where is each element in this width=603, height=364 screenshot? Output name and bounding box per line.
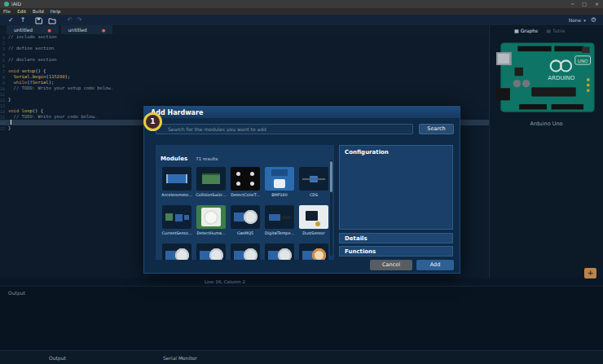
cursor-position-status: Line 16, Column 2 — [205, 279, 245, 284]
arduino-board-graphic: ARDUINO UNO — [496, 41, 597, 116]
module-thumbnail-icon — [299, 243, 328, 260]
line-number: 7 — [0, 69, 8, 74]
module-label: CDS — [310, 193, 318, 198]
line-number: 4 — [0, 52, 8, 57]
module-card[interactable]: CurrentSenso... — [160, 205, 194, 236]
details-section[interactable]: Details — [339, 233, 453, 243]
module-card[interactable]: CDS — [297, 167, 331, 198]
module-card[interactable] — [228, 243, 262, 260]
maximize-icon[interactable]: □ — [582, 0, 587, 8]
menu-item[interactable]: File — [3, 9, 11, 14]
code-text: void setup() { — [8, 68, 46, 74]
code-line[interactable]: 8 Serial.begin(115200); — [0, 74, 489, 80]
code-line[interactable]: 4 — [0, 51, 489, 57]
module-label: CollisionSwitc... — [196, 193, 226, 198]
output-tab[interactable]: Output — [49, 355, 66, 361]
module-card[interactable] — [194, 243, 228, 260]
module-thumbnail-icon — [162, 205, 191, 229]
code-line[interactable]: 9 while(!Serial); — [0, 80, 489, 86]
board-logo-text: ARDUINO — [548, 74, 575, 81]
line-number: 16 — [0, 121, 8, 125]
board-selector-value: None — [569, 17, 582, 23]
code-line[interactable]: 6 — [0, 63, 489, 68]
module-card[interactable] — [160, 243, 194, 260]
code-line[interactable]: 12 } — [0, 97, 489, 103]
code-line[interactable]: 11 — [0, 91, 489, 97]
module-card[interactable]: Acceleromete... — [160, 167, 194, 198]
window-titlebar: iAID ─ □ × — [0, 0, 603, 8]
module-thumbnail-icon — [231, 167, 260, 191]
module-label: BMP180 — [271, 193, 287, 198]
cancel-button[interactable]: Cancel — [370, 260, 412, 270]
module-thumbnail-icon — [196, 167, 226, 191]
code-line[interactable]: 7 void setup() { — [0, 68, 489, 74]
module-label: DustSensor — [302, 231, 325, 236]
module-thumbnail-icon — [231, 205, 260, 229]
module-card[interactable]: DetectHuma... — [194, 205, 228, 236]
module-card[interactable]: DetectColorT... — [228, 167, 262, 198]
details-title: Details — [340, 234, 452, 242]
module-card[interactable] — [262, 243, 297, 260]
board-name-caption: Arduino Uno — [490, 121, 603, 127]
module-thumbnail-icon — [196, 205, 226, 229]
module-card[interactable]: GasMQ5 — [228, 205, 262, 236]
main-toolbar: ✓ ↑ ↶ ↷ None ▾ ⚙ — [0, 15, 603, 25]
code-text: // declare section — [8, 57, 57, 63]
module-thumbnail-icon — [265, 243, 294, 260]
line-number: 17 — [0, 126, 8, 131]
upload-icon[interactable]: ↑ — [20, 15, 26, 25]
hardware-sidebar: ▦ Graphs ▤ Table — [489, 25, 603, 278]
editor-tab[interactable]: untitled ● — [7, 25, 59, 34]
functions-section[interactable]: Functions — [339, 246, 453, 257]
functions-title: Functions — [340, 247, 452, 255]
code-line[interactable]: 5 // declare section — [0, 57, 489, 63]
modules-panel: Modules 71 results Acceleromete... Colli… — [156, 145, 334, 260]
module-label: CurrentSenso... — [162, 231, 192, 236]
module-card[interactable]: DustSensor — [297, 205, 331, 236]
board-model-text: UNO — [577, 59, 588, 64]
module-thumbnail-icon — [162, 243, 191, 260]
add-hardware-dialog: Add Hardware Search Modules 71 results A… — [143, 106, 460, 274]
output-panel: Output — [0, 286, 603, 350]
module-thumbnail-icon — [265, 205, 294, 229]
editor-tab[interactable]: untitled ● — [61, 25, 113, 34]
line-number: 2 — [0, 41, 8, 46]
line-number: 3 — [0, 46, 8, 51]
redo-icon[interactable]: ↷ — [77, 15, 82, 25]
module-card[interactable]: DigitalTempe... — [262, 205, 297, 236]
board-image: ARDUINO UNO — [490, 41, 603, 116]
grid-icon: ▦ — [514, 28, 519, 33]
line-number: 14 — [0, 109, 8, 114]
menu-item[interactable]: Edit — [17, 9, 26, 14]
add-graph-button[interactable]: + — [584, 268, 596, 278]
module-label: Acceleromete... — [161, 193, 192, 198]
code-line[interactable]: 2 — [0, 40, 489, 46]
module-thumbnail-icon — [231, 243, 260, 260]
close-icon[interactable]: × — [595, 0, 599, 8]
sidebar-tab-graphs[interactable]: ▦ Graphs — [514, 28, 538, 33]
configuration-section: Configuration — [339, 145, 453, 230]
code-line[interactable]: 1 // include section — [0, 34, 489, 40]
add-button[interactable]: Add — [416, 260, 454, 270]
code-line[interactable]: 10 // TODO: Write your setup code below. — [0, 86, 489, 91]
module-search-input[interactable] — [156, 124, 413, 134]
serial-monitor-tab[interactable]: Serial Monitor — [163, 355, 197, 361]
window-controls: ─ □ × — [571, 0, 599, 8]
code-text: // TODO: Write your setup code below. — [8, 86, 113, 91]
module-card[interactable]: CollisionSwitc... — [194, 167, 228, 198]
verify-icon[interactable]: ✓ — [8, 15, 14, 25]
code-text: // TODO: Write your code below. — [8, 114, 97, 120]
modules-scrollbar[interactable] — [330, 160, 332, 256]
code-line[interactable]: 3 // define section — [0, 46, 489, 51]
minimize-icon[interactable]: ─ — [571, 0, 574, 8]
undo-icon[interactable]: ↶ — [67, 15, 73, 25]
module-card[interactable]: BMP180 — [262, 167, 297, 198]
board-selector-dropdown[interactable]: None ▾ — [569, 17, 586, 23]
line-number: 12 — [0, 98, 8, 103]
module-card[interactable] — [297, 243, 331, 260]
settings-gear-icon[interactable]: ⚙ — [591, 16, 596, 24]
output-panel-title: Output — [0, 287, 603, 296]
scrollbar-thumb[interactable] — [330, 161, 332, 192]
search-button[interactable]: Search — [419, 124, 454, 134]
sidebar-tab-table[interactable]: ▤ Table — [546, 28, 565, 33]
